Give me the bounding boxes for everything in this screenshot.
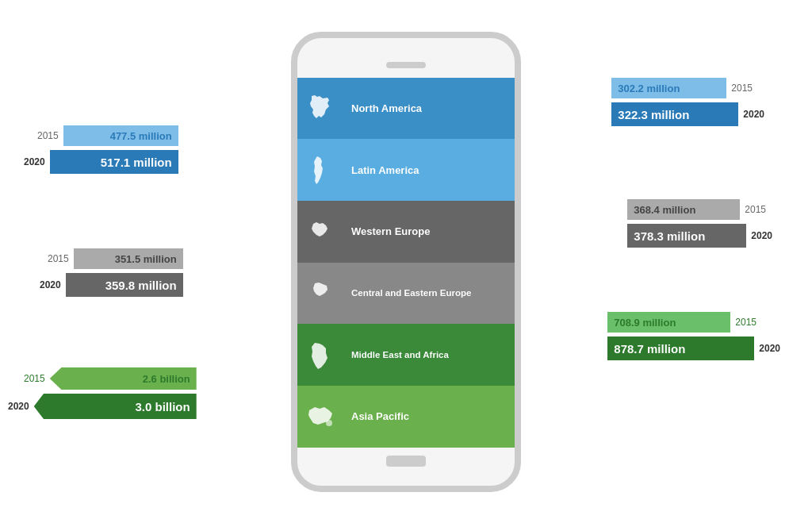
ap-2020-value: 3.0 billion (136, 400, 190, 413)
me-bars-right: 708.9 million 2015 878.7 million 2020 (607, 310, 780, 363)
we-2020-value: 378.3 million (634, 229, 705, 243)
middle-east-africa-label: Middle East and Africa (345, 347, 515, 363)
phone-speaker (386, 62, 426, 68)
cee-2015-year: 2015 (48, 253, 69, 264)
asia-pacific-label: Asia Pacific (345, 407, 515, 425)
latin-america-2015-bar: 2015 477.5 million (37, 125, 178, 146)
region-western-europe: Western Europe (297, 201, 515, 263)
phone-home-button (386, 456, 426, 467)
me-2020-value: 878.7 million (614, 342, 685, 356)
na-2015-value: 302.2 million (618, 83, 680, 94)
me-2015-bar: 708.9 million 2015 (607, 312, 756, 333)
we-bars-right: 368.4 million 2015 378.3 million 2020 (627, 197, 772, 250)
central-eastern-europe-map-icon (297, 263, 345, 325)
na-2015-bar: 302.2 million 2015 (611, 78, 753, 98)
north-america-map-icon (297, 78, 345, 140)
we-2015-bar: 368.4 million 2015 (627, 199, 766, 220)
ap-2015-bar: 2015 2.6 billion (24, 367, 197, 390)
me-2020-bar: 878.7 million 2020 (607, 336, 780, 360)
we-2015-value: 368.4 million (634, 204, 695, 216)
la-2020-value: 517.1 million (101, 156, 172, 169)
middle-east-africa-map-icon (297, 324, 345, 386)
ap-2020-year: 2020 (8, 401, 29, 412)
cee-2020-value: 359.8 million (105, 279, 177, 292)
cee-2020-bar: 2020 359.8 million (40, 273, 183, 297)
region-north-america: North America (297, 78, 515, 140)
ap-2015-value: 2.6 billion (143, 373, 190, 385)
ap-2020-bar: 2020 3.0 billion (8, 394, 197, 419)
ap-bars-left: 2015 2.6 billion 2020 3.0 billion (8, 365, 197, 421)
cee-bars-left: 2015 351.5 million 2020 359.8 million (40, 246, 183, 299)
western-europe-map-icon (297, 201, 345, 263)
region-central-eastern-europe: Central and Eastern Europe (297, 263, 515, 325)
latin-america-map-icon (297, 139, 345, 201)
la-2015-year: 2015 (37, 130, 59, 141)
cee-2015-value: 351.5 million (115, 253, 177, 265)
cee-2015-bar: 2015 351.5 million (48, 248, 183, 269)
asia-pacific-map-icon (297, 386, 345, 448)
north-america-label: North America (345, 99, 515, 117)
region-middle-east-africa: Middle East and Africa (297, 324, 515, 386)
latin-america-2020-bar: 2020 517.1 million (24, 150, 178, 174)
na-2015-year: 2015 (731, 83, 753, 94)
ap-2015-year: 2015 (24, 373, 45, 384)
la-2015-value: 477.5 million (110, 130, 172, 142)
me-2015-year: 2015 (735, 317, 756, 328)
na-2020-bar: 322.3 million 2020 (611, 102, 764, 126)
la-2020-year: 2020 (24, 156, 45, 167)
latin-america-label: Latin America (345, 161, 515, 179)
we-2015-year: 2015 (745, 204, 766, 215)
phone-device: North America Latin America Wester (291, 32, 521, 492)
phone-screen: North America Latin America Wester (297, 78, 515, 448)
region-asia-pacific: Asia Pacific (297, 386, 515, 448)
na-2020-value: 322.3 million (618, 108, 689, 121)
latin-america-bars-left: 2015 477.5 million 2020 517.1 million (24, 123, 178, 176)
me-2015-value: 708.9 million (614, 317, 676, 329)
western-europe-label: Western Europe (345, 222, 515, 240)
me-2020-year: 2020 (759, 343, 780, 354)
na-bars-right: 302.2 million 2015 322.3 million 2020 (611, 75, 764, 129)
svg-point-0 (326, 420, 332, 426)
we-2020-bar: 378.3 million 2020 (627, 224, 772, 248)
we-2020-year: 2020 (751, 230, 772, 241)
cee-2020-year: 2020 (40, 279, 61, 290)
region-latin-america: Latin America (297, 139, 515, 201)
na-2020-year: 2020 (743, 109, 764, 120)
central-eastern-europe-label: Central and Eastern Europe (345, 285, 515, 301)
main-container: 2015 477.5 million 2020 517.1 million 20… (0, 0, 812, 523)
